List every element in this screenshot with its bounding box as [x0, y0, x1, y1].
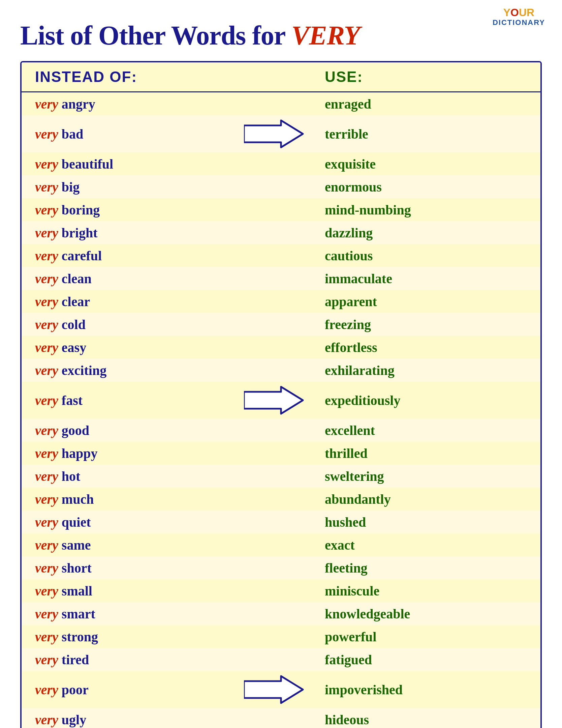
arrow-icon — [244, 385, 305, 415]
table-row: very uglyhideous — [22, 708, 540, 728]
word-text: short — [62, 560, 92, 576]
table-row: very excitingexhilarating — [22, 359, 540, 382]
table-row: very bad terrible — [22, 115, 540, 152]
word-text: big — [62, 179, 80, 195]
word-text: small — [62, 583, 92, 599]
replacement-cell: knowledgeable — [311, 606, 527, 622]
phrase-cell: very angry — [35, 96, 237, 112]
phrase-cell: very beautiful — [35, 156, 237, 172]
word-text: easy — [62, 340, 86, 355]
word-text: clear — [62, 294, 90, 309]
replacement-cell: fatigued — [311, 652, 527, 668]
table-row: very quiethushed — [22, 511, 540, 533]
arrow-icon — [244, 119, 305, 149]
very-label: very — [35, 363, 58, 378]
very-label: very — [35, 652, 58, 667]
table-row: very muchabundantly — [22, 488, 540, 511]
replacement-cell: effortless — [311, 340, 527, 355]
table-row: very strongpowerful — [22, 625, 540, 648]
logo: YOUR DICTIONARY — [493, 7, 545, 27]
very-label: very — [35, 202, 58, 217]
very-label: very — [35, 606, 58, 621]
replacement-cell: sweltering — [311, 468, 527, 484]
very-label: very — [35, 560, 58, 576]
very-label: very — [35, 629, 58, 644]
phrase-cell: very bright — [35, 225, 237, 241]
arrow-icon — [244, 674, 305, 705]
header-use: USE: — [311, 68, 527, 85]
replacement-cell: exhilarating — [311, 362, 527, 378]
table-row: very happythrilled — [22, 442, 540, 465]
table-row: very easyeffortless — [22, 336, 540, 359]
word-text: clean — [62, 271, 92, 286]
svg-marker-2 — [244, 676, 303, 703]
replacement-cell: hushed — [311, 514, 527, 530]
table-row: very brightdazzling — [22, 221, 540, 244]
very-label: very — [35, 96, 58, 112]
phrase-cell: very good — [35, 423, 237, 438]
very-label: very — [35, 179, 58, 195]
word-table: INSTEAD OF: USE: very angryenragedvery b… — [20, 61, 542, 728]
very-label: very — [35, 682, 58, 697]
replacement-cell: abundantly — [311, 491, 527, 507]
logo-dictionary: DICTIONARY — [493, 19, 545, 27]
replacement-cell: miniscule — [311, 583, 527, 599]
table-row: very bigenormous — [22, 175, 540, 198]
table-row: very poor impoverished — [22, 671, 540, 708]
replacement-cell: exact — [311, 537, 527, 553]
phrase-cell: very happy — [35, 445, 237, 461]
phrase-cell: very tired — [35, 652, 237, 668]
very-label: very — [35, 248, 58, 263]
very-label: very — [35, 469, 58, 484]
word-text: happy — [62, 446, 98, 461]
replacement-cell: exquisite — [311, 156, 527, 172]
table-row: very sameexact — [22, 533, 540, 556]
word-text: tired — [62, 652, 89, 667]
word-text: careful — [62, 248, 102, 263]
phrase-cell: very cold — [35, 317, 237, 332]
table-row: very goodexcellent — [22, 419, 540, 442]
replacement-cell: dazzling — [311, 225, 527, 241]
table-row: very carefulcautious — [22, 244, 540, 267]
replacement-cell: powerful — [311, 629, 527, 645]
very-label: very — [35, 393, 58, 408]
replacement-cell: terrible — [311, 126, 527, 142]
table-row: very beautifulexquisite — [22, 152, 540, 175]
replacement-cell: thrilled — [311, 445, 527, 461]
very-label: very — [35, 515, 58, 530]
phrase-cell: very hot — [35, 468, 237, 484]
phrase-cell: very clear — [35, 294, 237, 310]
phrase-cell: very strong — [35, 629, 237, 645]
very-label: very — [35, 271, 58, 286]
replacement-cell: apparent — [311, 294, 527, 310]
replacement-cell: mind-numbing — [311, 202, 527, 218]
word-text: strong — [62, 629, 98, 644]
phrase-cell: very same — [35, 537, 237, 553]
table-row: very boringmind-numbing — [22, 198, 540, 221]
word-text: angry — [62, 96, 95, 112]
replacement-cell: freezing — [311, 317, 527, 332]
very-label: very — [35, 156, 58, 172]
table-row: very shortfleeting — [22, 556, 540, 579]
very-label: very — [35, 583, 58, 599]
very-label: very — [35, 712, 58, 727]
word-text: quiet — [62, 515, 91, 530]
table-row: very hotsweltering — [22, 465, 540, 488]
phrase-cell: very clean — [35, 271, 237, 287]
phrase-cell: very ugly — [35, 712, 237, 728]
table-row: very tiredfatigued — [22, 648, 540, 671]
word-text: much — [62, 492, 94, 507]
table-row: very clearapparent — [22, 290, 540, 313]
table-row: very angryenraged — [22, 92, 540, 115]
word-text: good — [62, 423, 89, 438]
table-row: very fast expeditiously — [22, 382, 540, 419]
phrase-cell: very poor — [35, 682, 237, 698]
arrow-cell — [237, 385, 311, 415]
replacement-cell: immaculate — [311, 271, 527, 287]
word-text: exciting — [62, 363, 106, 378]
phrase-cell: very bad — [35, 126, 237, 142]
rows-container: very angryenragedvery bad terriblevery b… — [22, 92, 540, 728]
table-row: very cleanimmaculate — [22, 267, 540, 290]
word-text: fast — [62, 393, 83, 408]
very-label: very — [35, 340, 58, 355]
